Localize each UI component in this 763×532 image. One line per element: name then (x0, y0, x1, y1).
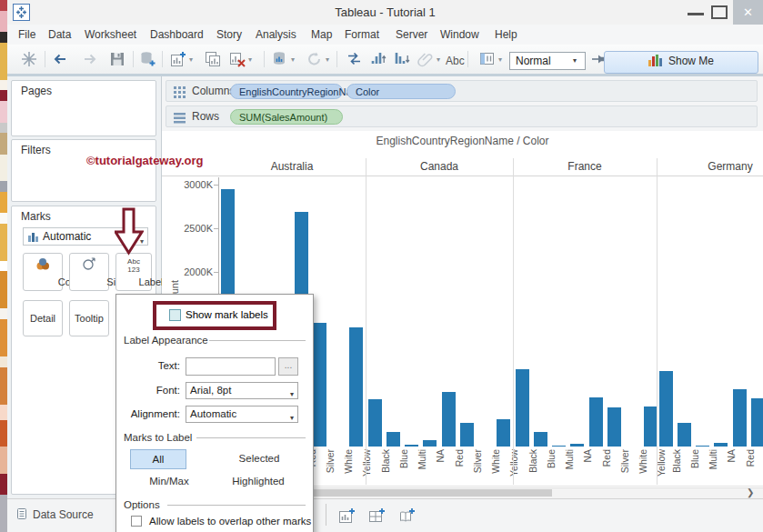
show-me-button[interactable]: Show Me (604, 51, 758, 74)
bar-canada-multi[interactable] (405, 445, 418, 447)
category-label[interactable]: Yellow (361, 449, 372, 483)
chevron-down-icon[interactable]: ▾ (498, 55, 502, 64)
filters-card[interactable]: Filters (11, 139, 156, 202)
chevron-down-icon[interactable]: ▾ (326, 55, 329, 64)
size-button[interactable]: Size (69, 253, 109, 291)
bar-france-red[interactable] (589, 397, 603, 447)
category-label[interactable]: Black (380, 449, 391, 483)
bar-germany-black[interactable] (659, 371, 673, 447)
category-label[interactable]: Silver (619, 449, 630, 483)
bar-germany-blue[interactable] (678, 423, 691, 447)
country-header-canada[interactable]: Canada (420, 160, 458, 173)
maximize-button[interactable] (711, 5, 728, 19)
chevron-down-icon[interactable]: ▾ (291, 55, 295, 64)
category-label[interactable]: Red (454, 449, 465, 483)
data-source-tab[interactable]: Data Source (16, 507, 94, 526)
tooltip-button[interactable]: Tooltip (69, 300, 109, 336)
category-label[interactable]: Multi (564, 449, 575, 483)
overlap-checkbox[interactable] (131, 516, 142, 527)
show-mark-labels-toolbar-button[interactable]: Abc (446, 55, 465, 67)
category-label[interactable]: White (490, 449, 501, 483)
category-label[interactable]: Red (601, 449, 612, 483)
menu-server[interactable]: Server (396, 25, 427, 45)
new-worksheet-icon[interactable] (169, 50, 187, 68)
new-story-icon[interactable] (398, 507, 417, 524)
sort-descending-icon[interactable] (393, 50, 411, 68)
category-label[interactable]: Blue (546, 449, 557, 483)
bar-canada-red[interactable] (442, 392, 456, 447)
duplicate-sheet-icon[interactable] (204, 50, 222, 68)
bar-canada-silver[interactable] (460, 423, 474, 447)
menu-analysis[interactable]: Analysis (256, 25, 296, 45)
text-ellipsis-button[interactable]: ... (278, 357, 298, 376)
view-cards-icon[interactable] (478, 50, 497, 68)
text-input[interactable] (186, 357, 276, 376)
category-label[interactable]: NA (435, 449, 446, 483)
swap-axes-icon[interactable] (346, 50, 364, 68)
bar-germany-multi[interactable] (696, 446, 709, 447)
bar-france-na[interactable] (570, 444, 584, 447)
scrollbar-right-arrow-icon[interactable]: ❯ (747, 487, 754, 497)
bar-canada-na[interactable] (423, 440, 437, 447)
new-dashboard-icon[interactable] (368, 507, 387, 524)
group-members-icon[interactable] (417, 50, 435, 68)
marks-minmax-option[interactable]: Min/Max (149, 476, 188, 487)
color-button[interactable]: Color (23, 253, 63, 291)
menu-dashboard[interactable]: Dashboard (150, 25, 204, 45)
pill-english-country-region[interactable]: EnglishCountryRegionNa.. (230, 84, 343, 99)
category-label[interactable]: NA (582, 449, 593, 483)
pill-sum-salesamount[interactable]: SUM(SalesAmount) (230, 109, 343, 125)
category-label[interactable]: White (343, 449, 354, 483)
country-header-germany[interactable]: Germany (708, 160, 752, 173)
category-label[interactable]: Red (745, 449, 756, 483)
add-data-source-icon[interactable] (139, 50, 157, 68)
category-label[interactable]: NA (726, 449, 737, 483)
bar-canada-blue[interactable] (387, 432, 400, 447)
alignment-dropdown[interactable]: Automatic▾ (186, 406, 298, 423)
marks-selected-option[interactable]: Selected (239, 453, 280, 464)
category-label[interactable]: Silver (472, 449, 483, 483)
refresh-icon[interactable] (306, 50, 324, 68)
category-label[interactable]: Black (527, 449, 538, 483)
rows-shelf[interactable]: Rows SUM(SalesAmount) (166, 105, 758, 127)
new-worksheet-icon[interactable] (338, 507, 356, 524)
bar-germany-na[interactable] (714, 443, 728, 447)
country-header-france[interactable]: France (567, 160, 601, 173)
menu-help[interactable]: Help (495, 25, 517, 45)
sort-ascending-icon[interactable] (369, 50, 387, 68)
category-label[interactable]: Multi (708, 449, 718, 483)
menu-file[interactable]: File (18, 25, 35, 45)
bar-france-blue[interactable] (534, 432, 547, 447)
bar-australia-yellow[interactable] (349, 327, 363, 447)
category-label[interactable]: Silver (325, 449, 336, 483)
chevron-down-icon[interactable]: ▾ (189, 55, 193, 64)
country-header-australia[interactable]: Australia (271, 160, 314, 173)
detail-button[interactable]: Detail (23, 300, 63, 336)
chevron-down-icon[interactable]: ▾ (573, 56, 577, 65)
bar-france-multi[interactable] (552, 446, 566, 447)
category-label[interactable]: Blue (689, 449, 700, 483)
marks-all-button[interactable]: All (130, 449, 186, 469)
chevron-down-icon[interactable]: ▾ (248, 55, 252, 64)
pages-card[interactable]: Pages (11, 80, 156, 136)
pill-color[interactable]: Color (346, 84, 456, 99)
category-label[interactable]: Blue (398, 449, 409, 483)
bar-canada-yellow[interactable] (497, 419, 510, 447)
bar-france-black[interactable] (516, 369, 529, 447)
menu-data[interactable]: Data (48, 25, 71, 45)
category-label[interactable]: Multi (417, 449, 427, 483)
columns-shelf[interactable]: Columns EnglishCountryRegionNa.. Color (166, 80, 758, 102)
category-label[interactable]: Yellow (508, 449, 519, 483)
redo-icon[interactable] (81, 50, 99, 68)
bar-germany-silver[interactable] (751, 398, 763, 447)
save-icon[interactable] (108, 50, 126, 68)
close-button[interactable]: ✕ (733, 0, 763, 25)
category-label[interactable]: White (638, 449, 648, 483)
start-page-icon[interactable] (20, 50, 38, 68)
category-label[interactable]: Yellow (656, 449, 667, 483)
menu-map[interactable]: Map (311, 25, 332, 45)
category-label[interactable]: Black (671, 449, 682, 483)
bar-canada-black[interactable] (368, 399, 382, 447)
bar-germany-red[interactable] (733, 389, 747, 447)
font-dropdown[interactable]: Arial, 8pt▾ (186, 382, 298, 399)
